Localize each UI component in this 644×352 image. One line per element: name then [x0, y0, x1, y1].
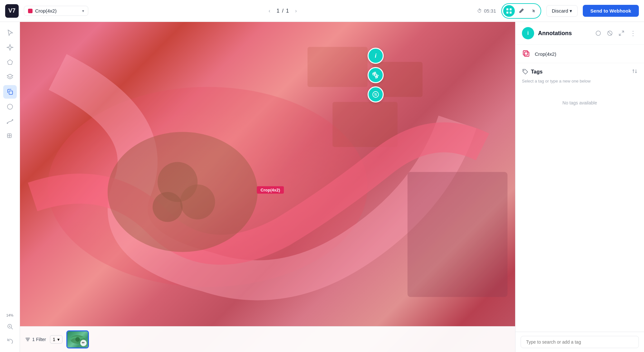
svg-point-5: [7, 104, 13, 109]
command-float-button[interactable]: [368, 67, 384, 83]
tags-hint: Select a tag or type a new one below: [522, 79, 638, 83]
sidebar-help-tool[interactable]: [3, 130, 17, 143]
sliders-icon: [372, 91, 380, 98]
prev-image-button[interactable]: ‹: [265, 6, 274, 15]
svg-rect-11: [308, 47, 368, 87]
svg-rect-4: [9, 91, 13, 94]
svg-point-17: [180, 184, 215, 220]
send-webhook-button[interactable]: Send to Webhook: [583, 5, 639, 17]
sidebar-ellipse-tool[interactable]: [3, 100, 17, 113]
v7-logo: V7: [5, 4, 19, 18]
layers-icon: [6, 73, 14, 81]
grid-icon: [506, 8, 512, 14]
tags-section: Tags Select a tag or type a new one belo…: [515, 63, 644, 123]
next-image-button[interactable]: ›: [292, 6, 301, 15]
page-number: 1: [53, 337, 55, 342]
left-sidebar: 14%: [0, 22, 20, 352]
filter-label: 1 Filter: [32, 337, 46, 342]
annotations-info-icon: i: [522, 27, 534, 39]
pointer-icon: [6, 29, 14, 36]
link-tool-button[interactable]: [528, 5, 539, 17]
expand-button[interactable]: [617, 29, 626, 38]
info-icon: i: [375, 53, 376, 59]
page-chevron-icon: ▾: [57, 337, 60, 342]
annotations-title: Annotations: [538, 30, 590, 37]
more-options-button[interactable]: ⋮: [629, 29, 638, 38]
timer-icon: ⏱: [477, 8, 482, 14]
sidebar-copy-tool[interactable]: [3, 85, 17, 99]
tag-input-area: [515, 332, 644, 352]
svg-rect-2: [506, 12, 508, 14]
svg-point-19: [373, 92, 379, 97]
timer-display: ⏱ 05:31: [477, 8, 496, 14]
filter-icon: [25, 337, 30, 342]
image-navigation: ‹ 1 / 1 ›: [265, 6, 300, 15]
timer-value: 05:31: [484, 8, 496, 14]
svg-rect-14: [408, 172, 507, 297]
svg-rect-1: [510, 8, 512, 10]
sidebar-curve-tool[interactable]: [3, 115, 17, 128]
sidebar-polygon-tool[interactable]: [3, 55, 17, 69]
thumbnail-edit-icon: ✏: [80, 340, 87, 346]
bottom-strip: 1 Filter 1 ▾ ✏: [20, 326, 515, 352]
tag-search-input[interactable]: [521, 336, 639, 348]
pen-tool-button[interactable]: [515, 5, 527, 17]
undo-icon: [6, 338, 14, 345]
hide-all-button[interactable]: [605, 29, 614, 38]
image-thumbnail[interactable]: ✏: [66, 330, 89, 348]
annotations-header: i Annotations: [515, 22, 644, 45]
annotation-type-icon: [522, 49, 531, 58]
svg-line-28: [608, 31, 612, 35]
tags-sort-button[interactable]: [632, 68, 638, 75]
right-panel: i Annotations: [515, 22, 644, 352]
annotation-item-crop[interactable]: Crop(4x2): [515, 45, 644, 63]
undo-button[interactable]: [3, 335, 17, 348]
polygon-icon: [6, 59, 14, 66]
zoom-search-icon: [6, 323, 14, 330]
curve-icon: [6, 118, 14, 125]
expand-icon: [619, 30, 624, 36]
tags-icon: [522, 69, 528, 75]
svg-point-23: [376, 95, 377, 96]
image-current: 1: [276, 8, 279, 14]
sidebar-stamp-tool[interactable]: [3, 70, 17, 84]
help-icon: [6, 133, 14, 140]
crop-annotation-label: Crop(4x2): [257, 186, 284, 194]
no-tags-label: No tags available: [522, 87, 638, 118]
svg-rect-0: [506, 8, 508, 10]
svg-point-26: [596, 31, 601, 35]
sidebar-pointer-tool[interactable]: [3, 26, 17, 39]
discard-button[interactable]: Discard ▾: [546, 5, 578, 17]
info-float-button[interactable]: i: [368, 48, 384, 64]
header-tool-group: [501, 3, 541, 19]
header: V7 Crop(4x2) ▾ ‹ 1 / 1 › ⏱ 05:31: [0, 0, 644, 22]
class-name-label: Crop(4x2): [35, 8, 80, 14]
nav-separator: /: [282, 8, 283, 14]
deselect-all-icon: [595, 30, 601, 36]
copy-annotation-icon: [522, 50, 531, 58]
more-options-icon: ⋮: [630, 29, 636, 37]
svg-point-6: [7, 122, 8, 124]
command-icon: [372, 71, 380, 79]
deselect-all-button[interactable]: [594, 29, 603, 38]
hide-all-icon: [607, 30, 613, 36]
sliders-float-button[interactable]: [368, 86, 384, 103]
svg-point-25: [75, 337, 80, 341]
sparkle-icon: [6, 44, 14, 51]
page-selector[interactable]: 1 ▾: [50, 335, 62, 344]
annotation-item-label: Crop(4x2): [535, 51, 556, 57]
grid-tool-button[interactable]: [503, 5, 515, 17]
image-total: 1: [286, 8, 289, 14]
sidebar-smart-tool[interactable]: [3, 41, 17, 54]
filter-button[interactable]: 1 Filter: [25, 337, 46, 342]
svg-rect-30: [523, 51, 528, 55]
zoom-search-button[interactable]: [3, 320, 17, 333]
ellipse-icon: [6, 103, 14, 110]
annotation-actions: ⋮: [594, 29, 638, 38]
class-selector[interactable]: Crop(4x2) ▾: [24, 6, 88, 16]
discard-label: Discard: [552, 8, 568, 14]
pen-icon: [518, 8, 524, 14]
copy-icon: [6, 88, 14, 95]
tags-title: Tags: [531, 69, 629, 75]
canvas-area[interactable]: Crop(4x2) i: [20, 22, 515, 352]
